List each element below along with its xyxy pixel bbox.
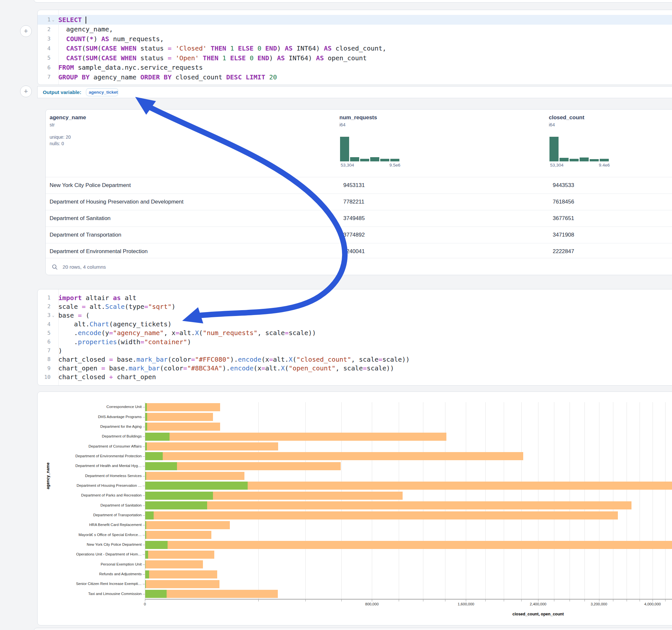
code-line[interactable]: 1import altair as alt [38,293,672,302]
code-line[interactable]: 6FROM sample_data.nyc.service_requests [38,63,672,73]
table-row[interactable]: Department of Environmental Protection22… [46,243,672,260]
code-text: SELECT [56,16,86,24]
chart-y-label: Department of Buildings [102,434,142,438]
histogram-max-label: 9.5e6 [389,163,400,168]
column-type: i64 [339,122,377,127]
cell-num-requests: 3749485 [339,215,549,222]
x-tick [640,600,640,602]
grid-line [640,402,640,599]
chart-bar-closed_count [145,403,220,411]
line-number: 6 [38,339,51,345]
histogram-bar [340,137,349,162]
chart-y-label: Personal Exemption Unit [100,562,142,566]
add-cell-button-output[interactable]: + [20,86,32,97]
histogram-bar [570,159,579,162]
table-footer: 20 rows, 4 columns [46,258,672,275]
x-tick [599,600,599,602]
histogram-min-label: 53,304 [341,163,354,168]
table-row[interactable]: Department of Sanitation37494853677651 [46,210,672,226]
chart-y-label: Department of Environmental Protection [75,454,142,458]
chart-bar-open_count [145,501,207,509]
code-line[interactable]: 10chart_closed + chart_open [38,373,672,382]
chart-bar-closed_count [145,501,631,509]
y-tick [143,466,145,466]
column-header-num-requests[interactable]: num_requests i64 [339,114,377,127]
chart-bar-closed_count [145,541,672,549]
cell-agency-name: Department of Transportation [46,232,339,238]
histogram-bar [559,158,569,162]
x-tick [554,600,554,602]
code-line[interactable]: 4 CAST(SUM(CASE WHEN status = 'Closed' T… [38,44,672,53]
grid-line [305,402,306,599]
code-text: CAST(SUM(CASE WHEN status = 'Open' THEN … [56,54,367,62]
code-line[interactable]: 2scale = alt.Scale(type="sqrt") [38,302,672,311]
python-code-editor[interactable]: 1import altair as alt2scale = alt.Scale(… [38,293,672,382]
code-line[interactable]: 1⌄SELECT [38,15,672,25]
python-cell[interactable]: 1import altair as alt2scale = alt.Scale(… [37,289,672,386]
chart-bar-closed_count [145,531,211,539]
search-icon[interactable] [51,264,58,270]
column-stat-unique: unique: 20 [50,135,86,140]
code-text: chart_closed = base.mark_bar(color="#FFC… [56,356,410,363]
table-row[interactable]: New York City Police Department945313194… [46,177,672,193]
grid-line [445,402,446,599]
code-line[interactable]: 7GROUP BY agency_name ORDER BY closed_co… [38,72,672,82]
collapse-caret-icon[interactable]: ⌄ [51,313,56,318]
chart-plot-area [145,402,672,599]
collapse-caret-icon[interactable]: ⌄ [51,18,56,22]
output-variable-pill[interactable]: agency_tickets [86,88,118,96]
chart-bar-closed_count [145,413,213,421]
chart-y-label: Department of Parks and Recreation [81,493,142,497]
chart-y-label: Department for the Aging [100,425,142,429]
table-row[interactable]: Department of Housing Preservation and D… [46,193,672,210]
column-type: str [50,122,86,127]
code-text: chart_open = base.mark_bar(color="#8BC34… [56,364,394,372]
x-tick [652,600,653,602]
text-cursor [86,17,86,24]
column-header-agency-name[interactable]: agency_name str unique: 20 nulls: 0 [50,114,86,146]
table-row[interactable]: Department of Transportation377489234719… [46,226,672,243]
chart-y-label: Department of Health and Mental Hyg… [75,464,142,468]
code-line[interactable]: 5 .encode(y="agency_name", x=alt.X("num_… [38,329,672,337]
code-line[interactable]: 7) [38,346,672,355]
grid-line [423,402,423,599]
chart-x-label: 0 [144,602,146,606]
histogram-bar [370,157,379,162]
cell-num-requests: 3774892 [339,232,549,238]
chart-bar-open_count [145,492,213,500]
code-line[interactable]: 2 agency_name, [38,25,672,34]
column-header-closed-count[interactable]: closed_count i64 [549,114,584,127]
histogram-max-label: 9.4e6 [599,163,610,168]
x-tick [372,600,372,602]
code-line[interactable]: 8chart_closed = base.mark_bar(color="#FF… [38,355,672,364]
y-tick [143,584,145,584]
chart-y-label: Taxi and Limousine Commission [88,592,142,596]
grid-line [570,402,570,599]
code-line[interactable]: 6 .properties(width="container") [38,337,672,346]
sql-cell[interactable]: 1⌄SELECT 2 agency_name,3 COUNT(*) AS num… [37,10,672,85]
code-text: import altair as alt [56,294,137,302]
y-tick [143,417,145,417]
y-tick [143,525,145,525]
add-cell-button-top[interactable]: + [20,25,32,37]
chart-y-axis-labels: Correspondence UnitDHS Advantage Program… [0,402,142,599]
cell-agency-name: Department of Environmental Protection [46,248,339,255]
code-line[interactable]: 3⌄base = ( [38,311,672,319]
line-number: 9 [38,365,51,371]
code-line[interactable]: 9chart_open = base.mark_bar(color="#8BC3… [38,364,672,373]
column-name: num_requests [339,114,377,121]
chart-bar-open_count [145,590,167,598]
grid-line [372,402,372,599]
code-line[interactable]: 4 alt.Chart(agency_tickets) [38,320,672,329]
cell-closed-count: 3677651 [549,215,672,222]
code-line[interactable]: 3 COUNT(*) AS num_requests, [38,34,672,44]
code-text: GROUP BY agency_name ORDER BY closed_cou… [56,73,277,81]
cell-closed-count: 2222847 [549,248,672,255]
cell-closed-count: 9443533 [549,182,672,189]
chart-bar-open_count [145,571,149,579]
grid-line [504,402,504,599]
chart-bar-closed_count [145,452,523,460]
line-number: 2 [38,303,51,310]
sql-code-editor[interactable]: 1⌄SELECT 2 agency_name,3 COUNT(*) AS num… [38,15,672,82]
code-line[interactable]: 5 CAST(SUM(CASE WHEN status = 'Open' THE… [38,53,672,63]
